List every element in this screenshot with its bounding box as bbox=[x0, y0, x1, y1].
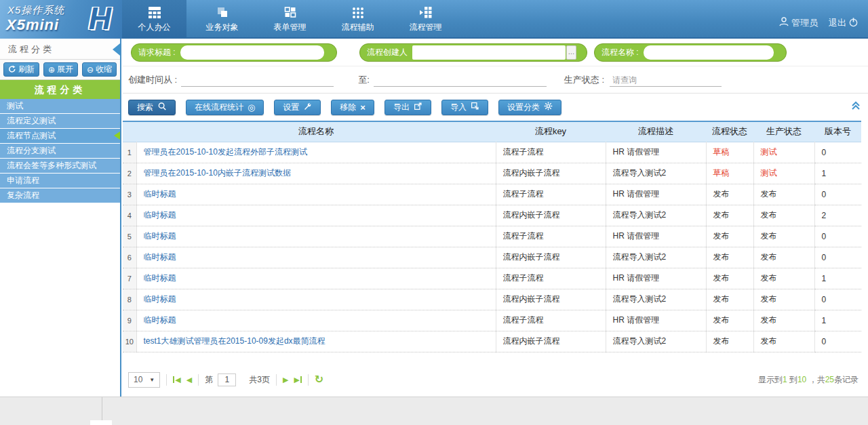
cell-prod: 发布 bbox=[753, 289, 814, 310]
cell-name[interactable]: 临时标题 bbox=[136, 268, 496, 289]
import-icon bbox=[471, 102, 479, 113]
cell-name[interactable]: test1大雄测试管理员在2015-10-09发起dx最简流程 bbox=[136, 331, 496, 352]
process-link[interactable]: 临时标题 bbox=[144, 189, 176, 199]
creator-picker-button[interactable]: … bbox=[566, 45, 576, 60]
table-row[interactable]: 8临时标题流程内嵌子流程流程导入测试2发布发布0 bbox=[123, 289, 861, 310]
category-tree-item[interactable]: 流程定义测试 bbox=[0, 114, 120, 128]
cell-name[interactable]: 临时标题 bbox=[136, 289, 496, 310]
tree-item-label: 申请流程 bbox=[7, 176, 39, 185]
process-link[interactable]: 管理员在2015-10-10发起流程外部子流程测试 bbox=[144, 147, 307, 157]
prod-status-input[interactable] bbox=[610, 74, 722, 87]
import-button[interactable]: 导入 bbox=[441, 100, 488, 115]
summary-from: 1 bbox=[783, 375, 787, 384]
cell-desc: 流程导入测试2 bbox=[606, 163, 706, 184]
table-row[interactable]: 5临时标题流程子流程HR 请假管理发布发布0 bbox=[123, 226, 861, 247]
table-row[interactable]: 2管理员在2015-10-10内嵌子流程测试数据流程内嵌子流程流程导入测试2草稿… bbox=[123, 163, 861, 184]
product-line-label: X5操作系统 bbox=[7, 4, 64, 17]
tab-form-management[interactable]: 表单管理 bbox=[258, 0, 322, 39]
wrench-icon bbox=[303, 102, 312, 113]
panel-collapse-arrow-icon[interactable] bbox=[113, 43, 120, 56]
table-row[interactable]: 3临时标题流程子流程HR 请假管理发布发布0 bbox=[123, 184, 861, 205]
remove-button[interactable]: 移除 × bbox=[331, 100, 374, 115]
process-link[interactable]: 临时标题 bbox=[144, 210, 176, 220]
cell-name[interactable]: 管理员在2015-10-10内嵌子流程测试数据 bbox=[136, 163, 496, 184]
page-number-input[interactable] bbox=[218, 373, 236, 386]
tree-item-label: 流程分支测试 bbox=[7, 146, 56, 155]
page-size-select[interactable]: 10 ▼ bbox=[128, 372, 160, 388]
process-name-input[interactable] bbox=[644, 45, 774, 60]
chevron-down-icon: ▼ bbox=[149, 377, 155, 383]
category-tree-item[interactable]: 流程会签等多种形式测试 bbox=[0, 159, 120, 173]
current-user-button[interactable]: 管理员 bbox=[778, 16, 818, 29]
request-title-field: 请求标题 : bbox=[131, 43, 337, 62]
logout-button[interactable]: 退出 bbox=[829, 17, 859, 29]
search-button[interactable]: 搜索 bbox=[128, 100, 176, 115]
cell-name[interactable]: 临时标题 bbox=[136, 205, 496, 226]
cell-version: 0 bbox=[814, 142, 861, 163]
online-stats-label: 在线流程统计 bbox=[195, 102, 243, 113]
cell-name[interactable]: 临时标题 bbox=[136, 310, 496, 331]
table-row[interactable]: 10test1大雄测试管理员在2015-10-09发起dx最简流程流程内嵌子流程… bbox=[123, 331, 861, 352]
cell-key: 流程内嵌子流程 bbox=[496, 163, 606, 184]
set-category-button[interactable]: 设置分类 bbox=[498, 100, 561, 115]
first-page-button[interactable]: ◀ bbox=[173, 376, 180, 384]
process-link[interactable]: 管理员在2015-10-10内嵌子流程测试数据 bbox=[144, 168, 291, 178]
table-row[interactable]: 6临时标题流程内嵌子流程流程导入测试2发布发布0 bbox=[123, 247, 861, 268]
tab-label: 个人办公 bbox=[138, 22, 171, 33]
creator-input[interactable] bbox=[412, 45, 566, 60]
export-button[interactable]: 导出 bbox=[384, 100, 431, 115]
cell-status: 发布 bbox=[706, 226, 753, 247]
header-user-area: 管理员 退出 bbox=[778, 0, 859, 39]
table-row[interactable]: 1管理员在2015-10-10发起流程外部子流程测试流程子流程HR 请假管理草稿… bbox=[123, 142, 861, 163]
prod-status-label: 生产状态 : bbox=[564, 74, 604, 86]
collapse-search-panel-button[interactable] bbox=[850, 101, 861, 113]
created-from-input[interactable] bbox=[181, 74, 334, 87]
prev-page-button[interactable]: ◀ bbox=[186, 376, 192, 384]
cell-num: 9 bbox=[123, 310, 136, 331]
cell-name[interactable]: 管理员在2015-10-10发起流程外部子流程测试 bbox=[136, 142, 496, 163]
cell-name[interactable]: 临时标题 bbox=[136, 226, 496, 247]
process-link[interactable]: 临时标题 bbox=[144, 231, 176, 241]
next-page-button[interactable]: ▶ bbox=[283, 376, 288, 384]
category-tree-item[interactable]: 流程分支测试 bbox=[0, 144, 120, 158]
summary-count: 25 bbox=[825, 375, 834, 384]
cell-version: 2 bbox=[814, 205, 861, 226]
minus-circle-icon: ⊖ bbox=[87, 66, 94, 74]
refresh-button[interactable]: 刷新 bbox=[3, 62, 39, 77]
last-page-button[interactable]: ▶ bbox=[294, 376, 301, 384]
request-title-input[interactable] bbox=[180, 45, 324, 60]
splitter-handle[interactable] bbox=[90, 420, 112, 425]
expand-all-button[interactable]: ⊕ 展开 bbox=[43, 62, 78, 77]
category-tree-item[interactable]: 流程节点测试 bbox=[0, 129, 120, 143]
created-to-input[interactable] bbox=[374, 74, 547, 87]
tab-process-management[interactable]: 流程管理 bbox=[393, 0, 458, 39]
app-window: X5操作系统 X5mini H 个人办公 业务对象 表单管理 bbox=[0, 0, 868, 425]
reload-table-button[interactable]: ↻ bbox=[315, 374, 323, 385]
tree-item-label: 流程节点测试 bbox=[7, 131, 56, 140]
table-row[interactable]: 9临时标题流程子流程HR 请假管理发布发布1 bbox=[123, 310, 861, 331]
cell-name[interactable]: 临时标题 bbox=[136, 184, 496, 205]
process-link[interactable]: test1大雄测试管理员在2015-10-09发起dx最简流程 bbox=[144, 336, 326, 346]
process-link[interactable]: 临时标题 bbox=[144, 294, 176, 304]
table-row[interactable]: 7临时标题流程子流程HR 请假管理发布发布1 bbox=[123, 268, 861, 289]
cell-version: 0 bbox=[814, 184, 861, 205]
double-chevron-up-icon bbox=[850, 101, 861, 113]
search-icon bbox=[157, 102, 167, 113]
tab-process-assist[interactable]: 流程辅助 bbox=[326, 0, 390, 39]
category-tree-item[interactable]: 测试 bbox=[0, 99, 120, 113]
collapse-all-button[interactable]: ⊖ 收缩 bbox=[82, 62, 117, 77]
tab-personal-office[interactable]: 个人办公 bbox=[122, 0, 186, 39]
online-stats-button[interactable]: 在线流程统计 ◎ bbox=[186, 100, 264, 115]
column-header: 生产状态 bbox=[753, 121, 814, 142]
category-tree-item[interactable]: 复杂流程 bbox=[0, 188, 120, 203]
cell-name[interactable]: 临时标题 bbox=[136, 247, 496, 268]
table-row[interactable]: 4临时标题流程内嵌子流程流程导入测试2发布发布2 bbox=[123, 205, 861, 226]
expand-label: 展开 bbox=[57, 64, 73, 75]
process-link[interactable]: 临时标题 bbox=[144, 273, 176, 283]
process-link[interactable]: 临时标题 bbox=[144, 315, 176, 325]
settings-button[interactable]: 设置 bbox=[274, 100, 321, 115]
tab-business-objects[interactable]: 业务对象 bbox=[190, 0, 254, 39]
process-link[interactable]: 临时标题 bbox=[144, 252, 176, 262]
cell-key: 流程子流程 bbox=[496, 268, 606, 289]
category-tree-item[interactable]: 申请流程 bbox=[0, 174, 120, 188]
